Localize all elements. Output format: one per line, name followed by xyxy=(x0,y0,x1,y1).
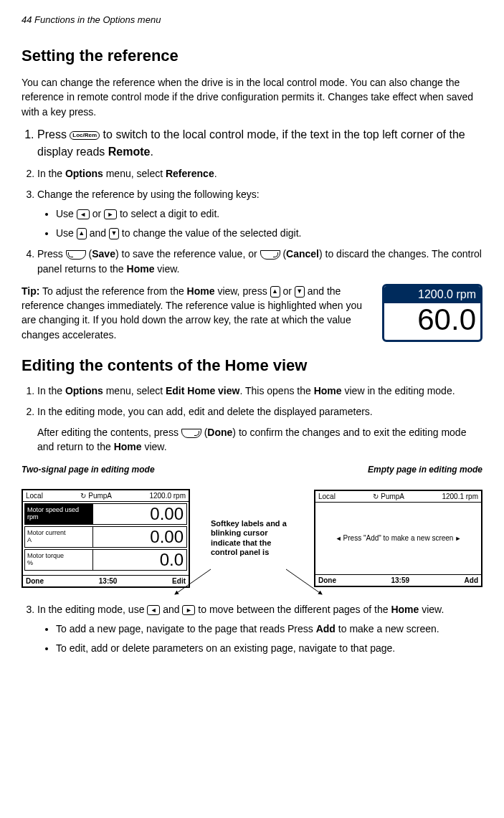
panel2-hdr-left: Local xyxy=(318,493,336,500)
panel1-softkey-left[interactable]: Done xyxy=(26,577,44,585)
heading-editing-home-view: Editing the contents of the Home view xyxy=(22,356,482,375)
intro-paragraph: You can change the reference when the dr… xyxy=(22,75,482,119)
right-arrow-key-icon: ► xyxy=(104,209,117,219)
panel2-body-text: Press "Add" to make a new screen xyxy=(343,534,454,542)
editing-home-steps: In the Options menu, select Edit Home vi… xyxy=(37,384,482,455)
step-1: Press Loc/Rem to switch to the local con… xyxy=(37,126,482,161)
panel1-hdr-right: 1200.0 rpm xyxy=(149,492,186,500)
rpm-reference-value: 1200.0 rpm xyxy=(384,286,480,303)
panel-empty: Local ↻PumpA 1200.1 rpm ◄ Press "Add" to… xyxy=(314,490,482,587)
up-arrow-key-icon: ▲ xyxy=(270,286,280,298)
edit-step-1: In the Options menu, select Edit Home vi… xyxy=(37,384,482,399)
param-row-1: Motor speed usedrpm 0.00 xyxy=(24,503,187,525)
left-arrow-key-icon: ◄ xyxy=(147,605,160,615)
panel1-time: 13:50 xyxy=(99,577,118,585)
step-3-bullet-2: Use ▲ and ▼ to change the value of the s… xyxy=(56,226,482,241)
label-two-signal-page: Two-signal page in editing mode xyxy=(22,465,155,475)
step-4: Press (Save) to save the reference value… xyxy=(37,247,482,277)
right-softkey-icon xyxy=(181,429,201,438)
left-triangle-icon: ◄ xyxy=(336,535,342,542)
up-arrow-key-icon: ▲ xyxy=(77,228,87,239)
svg-line-0 xyxy=(175,569,211,594)
label-empty-page: Empty page in editing mode xyxy=(368,465,482,475)
left-arrow-key-icon: ◄ xyxy=(77,209,90,219)
right-triangle-icon: ► xyxy=(455,535,461,542)
panel1-hdr-mid: PumpA xyxy=(88,492,112,500)
edit-step-2: In the editing mode, you can add, edit a… xyxy=(37,404,482,455)
down-arrow-key-icon: ▼ xyxy=(109,228,119,239)
step-3: Change the reference by using the follow… xyxy=(37,187,482,241)
rpm-display-widget: 1200.0 rpm 60.0 xyxy=(382,284,482,342)
step-3-bullet-1: Use ◄ or ► to select a digit to edit. xyxy=(56,206,482,222)
heading-setting-reference: Setting the reference xyxy=(22,47,482,65)
step-2: In the Options menu, select Reference. xyxy=(37,166,482,181)
panel-two-signal: Local ↻PumpA 1200.0 rpm Motor speed used… xyxy=(22,489,190,588)
editing-home-steps-cont: In the editing mode, use ◄ and ► to move… xyxy=(37,602,482,656)
annotation-text: Softkey labels and a blinking cursor ind… xyxy=(211,519,293,557)
page-header: 44 Functions in the Options menu xyxy=(22,14,482,25)
left-softkey-icon xyxy=(66,250,86,260)
panel2-softkey-right[interactable]: Add xyxy=(465,576,478,584)
right-softkey-icon xyxy=(260,250,280,260)
setting-reference-steps: Press Loc/Rem to switch to the local con… xyxy=(37,126,482,277)
param-row-2: Motor currentA 0.00 xyxy=(24,526,187,548)
panel2-time: 13:59 xyxy=(391,576,409,584)
loc-rem-key-icon: Loc/Rem xyxy=(70,131,100,140)
tip-paragraph: Tip: To adjust the reference from the Ho… xyxy=(22,284,371,342)
panel2-hdr-right: 1200.1 rpm xyxy=(442,493,478,500)
edit-step-3-bullet-2: To edit, add or delete parameters on an … xyxy=(56,641,482,656)
svg-line-1 xyxy=(286,569,322,594)
edit-step-3: In the editing mode, use ◄ and ► to move… xyxy=(37,602,482,656)
panel2-hdr-mid: PumpA xyxy=(381,493,404,500)
edit-step-3-bullet-1: To add a new page, navigate to the page … xyxy=(56,622,482,637)
down-arrow-key-icon: ▼ xyxy=(295,286,305,298)
panel1-hdr-left: Local xyxy=(26,492,43,500)
rpm-actual-value: 60.0 xyxy=(384,303,480,336)
refresh-icon: ↻ xyxy=(373,493,379,500)
right-arrow-key-icon: ► xyxy=(182,605,195,615)
refresh-icon: ↻ xyxy=(80,492,86,500)
param-row-3: Motor torque% 0.0 xyxy=(24,549,187,571)
